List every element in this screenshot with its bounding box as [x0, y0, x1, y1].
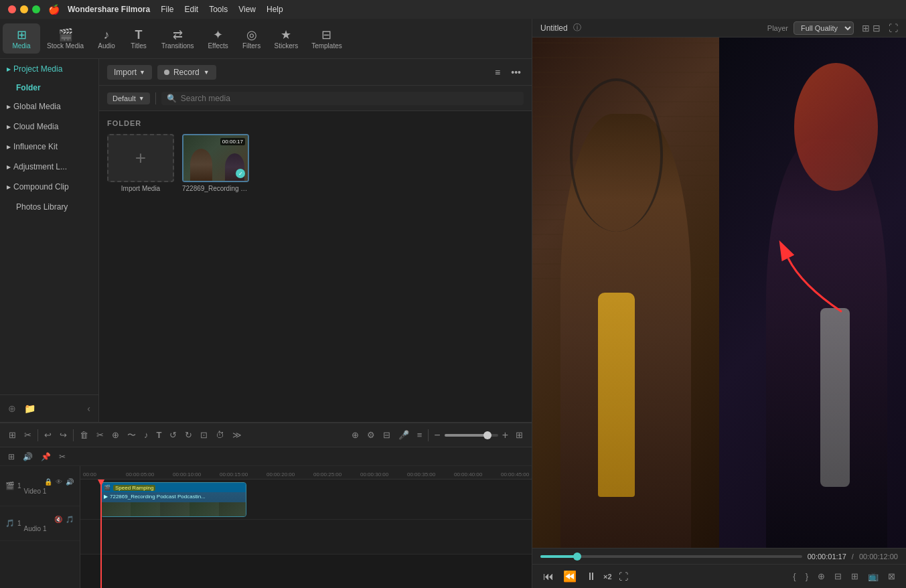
add-video-track[interactable]: ⊞: [5, 451, 17, 463]
toolbar-item-effects[interactable]: ✦ Effects: [201, 23, 236, 54]
import-button[interactable]: Import ▼: [107, 65, 152, 80]
tl-microphone[interactable]: 🎤: [395, 428, 412, 442]
playhead[interactable]: [100, 480, 102, 588]
audio-track-mute[interactable]: 🔇: [54, 515, 63, 524]
video-track-eye[interactable]: 👁: [55, 477, 63, 486]
new-folder-button[interactable]: ⊕: [5, 400, 19, 417]
tl-tool-trim[interactable]: ✂: [21, 428, 35, 442]
filter-icon-button[interactable]: ≡: [492, 66, 503, 79]
collapse-sidebar-button[interactable]: ‹: [84, 400, 93, 417]
video-clip[interactable]: 🎬 Speed Ramping ▶ 722869_Recording Podca…: [100, 482, 246, 517]
tl-rotate-left[interactable]: ↺: [166, 428, 180, 442]
tl-text[interactable]: T: [153, 428, 165, 442]
zoom-out-button[interactable]: −: [431, 428, 443, 443]
info-icon[interactable]: ⓘ: [573, 22, 581, 33]
audio-icon: ♪: [104, 28, 110, 42]
add-marker[interactable]: 📌: [38, 451, 54, 463]
toolbar-item-stock-media[interactable]: 🎬 Stock Media: [40, 23, 90, 54]
toolbar-item-audio[interactable]: ♪ Audio: [90, 24, 123, 54]
mark-in-button[interactable]: {: [790, 570, 798, 583]
default-select[interactable]: Default ▼: [107, 92, 150, 104]
sidebar-item-adjustment-l[interactable]: ▶ Adjustment L...: [0, 157, 98, 177]
toolbar-item-transitions[interactable]: ⇄ Transitions: [155, 23, 201, 54]
record-button[interactable]: Record ▼: [157, 65, 216, 80]
expand-arrow-cloud: ▶: [7, 124, 11, 130]
expand-arrow-adjustment: ▶: [7, 164, 11, 170]
rewind-button[interactable]: ⏮: [540, 569, 556, 584]
tl-smooth[interactable]: 〜: [124, 427, 139, 443]
tl-undo[interactable]: ↩: [41, 428, 55, 442]
timeline-ruler[interactable]: 00:00 00:00:05:00 00:00:10:00 00:00:15:0…: [80, 466, 532, 480]
toolbar-item-templates[interactable]: ⊟ Templates: [305, 23, 349, 54]
tl-add-track[interactable]: ⚙: [364, 428, 378, 442]
tl-timer[interactable]: ⏱: [212, 428, 228, 442]
quality-select[interactable]: Full Quality 1/2 Quality 1/4 Quality: [794, 21, 854, 35]
fullscreen-icon[interactable]: ⛶: [889, 23, 898, 33]
more-options-button[interactable]: •••: [508, 66, 524, 79]
tl-delete[interactable]: 🗑: [76, 428, 92, 442]
media-grid: FOLDER + Import Media: [99, 111, 532, 422]
menu-file[interactable]: File: [161, 5, 173, 14]
add-audio-track[interactable]: 🔊: [20, 451, 35, 463]
add-marker-button[interactable]: ⊕: [815, 570, 828, 583]
video-preview: [532, 38, 906, 548]
play-pause-button[interactable]: ⏸: [583, 569, 599, 584]
menu-edit[interactable]: Edit: [184, 5, 198, 14]
toolbar-item-stickers[interactable]: ★ Stickers: [268, 23, 305, 54]
folder-icon-button[interactable]: 📁: [21, 400, 38, 417]
sidebar-label-photos-library: Photos Library: [16, 202, 68, 212]
sidebar-item-folder[interactable]: Folder: [0, 79, 98, 96]
menu-tools[interactable]: Tools: [209, 5, 228, 14]
sidebar-item-project-media[interactable]: ▶ Project Media: [0, 59, 98, 79]
progress-thumb[interactable]: [573, 553, 581, 561]
sidebar-item-compound-clip[interactable]: ▶ Compound Clip: [0, 177, 98, 197]
tl-tool-select[interactable]: ⊞: [5, 428, 19, 442]
search-input[interactable]: [181, 94, 518, 103]
zoom-in-button[interactable]: +: [500, 428, 511, 443]
traffic-light-green[interactable]: [32, 5, 40, 13]
layout-split-icon[interactable]: ⊟: [873, 23, 881, 33]
sidebar-item-influence-kit[interactable]: ▶ Influence Kit: [0, 137, 98, 157]
mark-out-button[interactable]: }: [803, 570, 811, 583]
tl-grid-view[interactable]: ⊞: [512, 428, 526, 442]
tl-audio[interactable]: ♪: [141, 428, 152, 442]
sidebar-item-photos-library[interactable]: Photos Library: [0, 197, 98, 217]
traffic-light-yellow[interactable]: [20, 5, 28, 13]
toolbar-item-filters[interactable]: ◎ Filters: [236, 23, 268, 54]
titlebar: 🍎 Wondershare Filmora File Edit Tools Vi…: [0, 0, 906, 19]
tl-cut[interactable]: ✂: [93, 428, 107, 442]
toolbar-item-media[interactable]: ⊞ Media: [3, 23, 40, 54]
tl-redo[interactable]: ↪: [56, 428, 70, 442]
sidebar-item-global-media[interactable]: ▶ Global Media: [0, 96, 98, 117]
track-headers: 🎬 1 🔒 👁 🔊 Video 1 🎵: [0, 466, 80, 588]
menu-help[interactable]: Help: [267, 5, 283, 14]
export-button[interactable]: ⊞: [848, 570, 861, 583]
split-at-playhead-button[interactable]: ⊟: [832, 570, 844, 583]
apple-icon[interactable]: 🍎: [48, 4, 60, 15]
tl-more-tools[interactable]: ≫: [229, 428, 245, 442]
tl-collapse[interactable]: ≡: [414, 428, 426, 442]
tl-speed[interactable]: ⊡: [197, 428, 211, 442]
split-button[interactable]: ✂: [56, 451, 68, 463]
import-media-item[interactable]: + Import Media: [107, 134, 174, 192]
audio-track-solo[interactable]: 🎵: [65, 515, 74, 524]
menu-view[interactable]: View: [238, 5, 256, 14]
step-back-button[interactable]: ⏪: [560, 569, 579, 584]
screen-record-button[interactable]: 📺: [865, 570, 881, 583]
tl-crop[interactable]: ⊕: [108, 428, 123, 442]
fullscreen-button[interactable]: ⛶: [616, 570, 631, 583]
tl-rotate-right[interactable]: ↻: [181, 428, 196, 442]
transform-button[interactable]: ⊠: [885, 570, 898, 583]
sidebar-item-cloud-media[interactable]: ▶ Cloud Media: [0, 117, 98, 137]
tl-settings[interactable]: ⊟: [380, 428, 394, 442]
progress-bar-wrap[interactable]: [540, 555, 802, 558]
tl-magnet[interactable]: ⊕: [348, 428, 362, 442]
video-track-sound[interactable]: 🔊: [65, 477, 74, 486]
toolbar-item-titles[interactable]: T Titles: [123, 24, 155, 54]
layout-grid-icon[interactable]: ⊞: [862, 23, 870, 33]
video-track-lock[interactable]: 🔒: [44, 477, 53, 486]
traffic-light-red[interactable]: [8, 5, 16, 13]
zoom-slider[interactable]: [445, 434, 498, 437]
zoom-thumb[interactable]: [483, 431, 492, 439]
video-clip-item[interactable]: 00:00:17 ✓ 722869_Recording P...: [182, 134, 249, 192]
